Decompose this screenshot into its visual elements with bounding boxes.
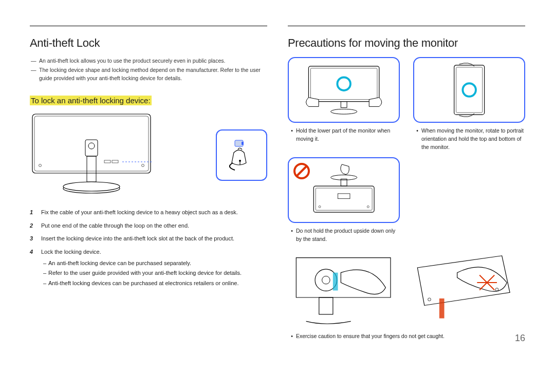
bullet-icon: •	[288, 127, 296, 143]
step-number: 3	[30, 234, 41, 244]
illustration-hold-portrait	[419, 62, 520, 118]
heading-anti-theft: Anti-theft Lock	[30, 36, 267, 50]
step-text: Put one end of the cable through the loo…	[41, 221, 267, 231]
left-column: Anti-theft Lock ― An anti-theft lock all…	[30, 26, 267, 341]
svg-rect-19	[454, 65, 485, 115]
svg-rect-2	[85, 140, 98, 156]
step-subnotes: –An anti-theft locking device can be pur…	[41, 259, 267, 288]
svg-point-28	[319, 206, 321, 208]
step-text: Lock the locking device. –An anti-theft …	[41, 248, 267, 289]
subnote-text: Refer to the user guide provided with yo…	[48, 269, 242, 278]
step-text-inner: Lock the locking device.	[41, 249, 101, 255]
caption-text: When moving the monitor, rotate to portr…	[421, 127, 525, 151]
dash-icon: ―	[30, 66, 39, 83]
dash-icon: –	[41, 279, 48, 288]
caption-do-not-hold-stand: •Do not hold the product upside down onl…	[288, 227, 400, 244]
step-number: 1	[30, 208, 41, 217]
caption-hold-portrait: •When moving the monitor, rotate to port…	[413, 127, 525, 151]
svg-point-29	[367, 206, 369, 208]
subnote-item: –Refer to the user guide provided with y…	[41, 269, 267, 278]
subnote-item: –An anti-theft locking device can be pur…	[41, 259, 267, 268]
svg-line-22	[297, 166, 307, 176]
prohibit-icon	[293, 162, 310, 180]
svg-rect-32	[333, 272, 338, 290]
svg-point-23	[330, 175, 357, 180]
note-text: An anti-theft lock allows you to use the…	[39, 57, 267, 65]
svg-rect-27	[338, 194, 350, 199]
top-rule-right	[288, 26, 525, 26]
svg-rect-1	[34, 116, 149, 171]
svg-point-3	[88, 143, 95, 149]
dash-icon: –	[41, 269, 48, 278]
caption-text: Hold the lower part of the monitor when …	[296, 127, 400, 143]
svg-rect-15	[308, 66, 379, 102]
panel-hold-bottom	[288, 57, 400, 123]
step-text: Insert the locking device into the anti-…	[41, 234, 267, 244]
svg-point-9	[39, 164, 42, 167]
lock-callout	[216, 129, 267, 181]
svg-point-6	[63, 182, 120, 191]
svg-point-14	[239, 160, 241, 162]
svg-point-18	[330, 109, 357, 114]
step-number: 4	[30, 248, 41, 289]
caption-text: Exercise caution to ensure that your fin…	[296, 332, 525, 341]
svg-rect-25	[313, 186, 374, 212]
check-circle-icon	[337, 77, 350, 90]
caption-text: Do not hold the product upside down only…	[296, 227, 400, 244]
svg-rect-20	[456, 67, 482, 113]
svg-rect-0	[32, 114, 151, 173]
dash-icon: ―	[30, 57, 39, 65]
step-item: 3 Insert the locking device into the ant…	[30, 234, 267, 244]
svg-rect-16	[310, 68, 377, 100]
dash-icon: –	[41, 259, 48, 268]
note-text: The locking device shape and locking met…	[39, 66, 267, 83]
svg-rect-13	[242, 142, 244, 145]
panel-pinch-tilt	[409, 253, 525, 327]
illustration-pinch-tilt	[409, 253, 525, 327]
right-column: Precautions for moving the monitor	[288, 26, 525, 341]
note-item: ― The locking device shape and locking m…	[30, 66, 267, 83]
figure-lock	[30, 111, 267, 199]
svg-rect-7	[104, 160, 110, 163]
bullet-icon: •	[288, 332, 296, 341]
caption-hold-bottom: •Hold the lower part of the monitor when…	[288, 127, 400, 151]
manual-page: Anti-theft Lock ― An anti-theft lock all…	[0, 0, 555, 351]
page-number: 16	[515, 333, 525, 344]
intro-notes: ― An anti-theft lock allows you to use t…	[30, 57, 267, 82]
panel-hold-portrait	[413, 57, 525, 123]
step-number: 2	[30, 221, 41, 231]
svg-rect-33	[319, 297, 333, 314]
heading-precautions: Precautions for moving the monitor	[288, 36, 525, 50]
subnote-text: An anti-theft locking device can be purc…	[48, 259, 191, 268]
check-circle-icon	[462, 83, 476, 97]
bullet-icon: •	[413, 127, 421, 151]
step-text: Fix the cable of your anti-theft locking…	[41, 208, 267, 217]
step-item: 4 Lock the locking device. –An anti-thef…	[30, 248, 267, 289]
step-item: 1 Fix the cable of your anti-theft locki…	[30, 208, 267, 217]
svg-point-10	[142, 164, 144, 167]
svg-rect-4	[87, 156, 96, 182]
subheading-lock: To lock an anti-theft locking device:	[30, 96, 152, 105]
svg-point-41	[428, 298, 431, 301]
svg-rect-40	[439, 298, 445, 319]
pinch-row	[288, 253, 525, 327]
steps-list: 1 Fix the cable of your anti-theft locki…	[30, 208, 267, 289]
step-item: 2 Put one end of the cable through the l…	[30, 221, 267, 231]
illustration-pinch-stand	[288, 253, 404, 327]
svg-rect-26	[316, 188, 372, 210]
bullet-icon: •	[288, 227, 296, 244]
svg-rect-8	[112, 160, 118, 163]
top-rule-left	[30, 26, 267, 26]
panel-do-not-hold-stand	[288, 157, 400, 223]
illustration-hold-bottom	[293, 62, 394, 118]
warning-row: •Do not hold the product upside down onl…	[288, 157, 525, 244]
subnote-text: Anti-theft locking devices can be purcha…	[48, 279, 239, 288]
subnote-item: –Anti-theft locking devices can be purch…	[41, 279, 267, 288]
monitor-back-illustration	[30, 111, 153, 199]
svg-point-31	[322, 276, 330, 284]
panel-pinch-stand	[288, 253, 404, 327]
caption-pinch: •Exercise caution to ensure that your fi…	[288, 332, 525, 341]
precaution-grid: •Hold the lower part of the monitor when…	[288, 57, 525, 151]
svg-rect-17	[341, 102, 347, 108]
note-item: ― An anti-theft lock allows you to use t…	[30, 57, 267, 65]
